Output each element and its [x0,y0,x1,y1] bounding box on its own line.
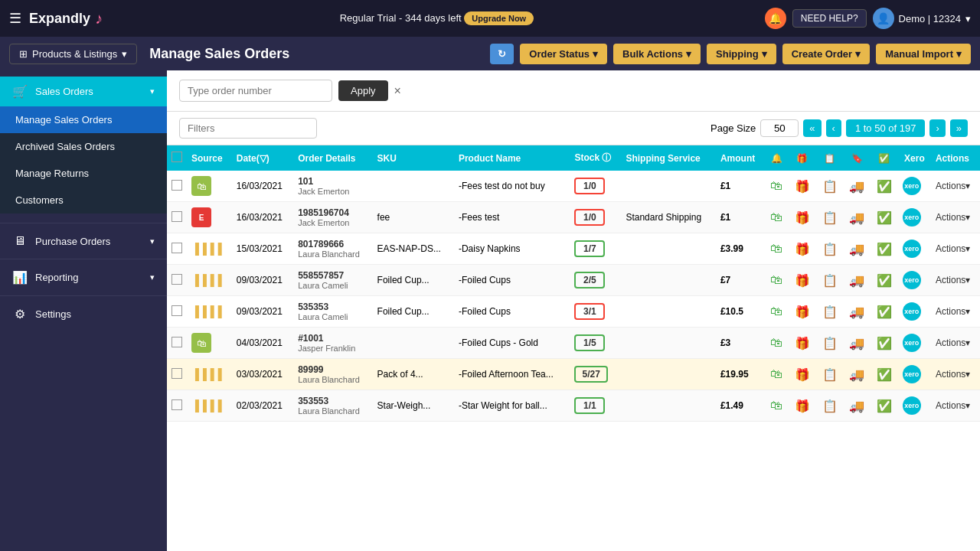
row-tag-icon[interactable]: 🚚 [843,265,871,296]
row-checkbox[interactable] [172,211,182,222]
header-sku[interactable]: SKU [373,145,454,171]
row-doc-icon[interactable]: 📋 [816,265,844,296]
row-checkbox[interactable] [172,399,182,410]
row-bell-icon[interactable]: 🛍 [765,233,789,265]
actions-dropdown-button[interactable]: Actions▾ [936,337,970,348]
row-actions[interactable]: Actions▾ [931,202,980,233]
hamburger-icon[interactable]: ☰ [9,10,21,27]
apply-button[interactable]: Apply [338,80,388,101]
order-number-input[interactable] [179,80,332,102]
row-bell-icon[interactable]: 🛍 [765,390,789,422]
row-checkbox[interactable] [172,180,182,191]
row-tag-icon[interactable]: 🚚 [843,328,871,359]
row-bell-icon[interactable]: 🛍 [765,328,789,359]
row-check-icon[interactable]: ✅ [871,328,898,359]
shipping-button[interactable]: Shipping ▾ [707,44,776,64]
row-tag-icon[interactable]: 🚚 [843,171,871,202]
row-gift-icon[interactable]: 🎁 [789,171,816,202]
row-actions[interactable]: Actions▾ [931,171,980,202]
row-xero[interactable]: xero [898,390,931,422]
row-actions[interactable]: Actions▾ [931,296,980,328]
user-area[interactable]: 👤 Demo | 12324 ▾ [873,8,971,29]
row-doc-icon[interactable]: 📋 [816,296,844,328]
row-doc-icon[interactable]: 📋 [816,359,844,390]
actions-dropdown-button[interactable]: Actions▾ [936,369,970,380]
header-date[interactable]: Date(▽) [232,145,293,171]
row-xero[interactable]: xero [898,328,931,359]
row-checkbox[interactable] [172,305,182,316]
sidebar-item-customers[interactable]: Customers [0,187,167,214]
row-actions[interactable]: Actions▾ [931,359,980,390]
row-xero[interactable]: xero [898,359,931,390]
row-checkbox[interactable] [172,368,182,379]
row-check-icon[interactable]: ✅ [871,171,898,202]
row-check-icon[interactable]: ✅ [871,390,898,422]
header-actions[interactable]: Actions [931,145,980,171]
refresh-button[interactable]: ↻ [490,44,514,64]
actions-dropdown-button[interactable]: Actions▾ [936,212,970,223]
row-gift-icon[interactable]: 🎁 [789,390,816,422]
row-doc-icon[interactable]: 📋 [816,171,844,202]
sidebar-item-manage-returns[interactable]: Manage Returns [0,160,167,187]
filters-input[interactable] [179,118,317,139]
sidebar-item-sales-orders[interactable]: 🛒 Sales Orders ▾ [0,77,167,106]
row-xero[interactable]: xero [898,296,931,328]
row-tag-icon[interactable]: 🚚 [843,359,871,390]
notification-icon[interactable]: 🔔 [765,8,786,29]
actions-dropdown-button[interactable]: Actions▾ [936,400,970,411]
row-tag-icon[interactable]: 🚚 [843,390,871,422]
upgrade-button[interactable]: Upgrade Now [464,11,534,25]
row-gift-icon[interactable]: 🎁 [789,328,816,359]
row-tag-icon[interactable]: 🚚 [843,233,871,265]
header-amount[interactable]: Amount [716,145,765,171]
row-xero[interactable]: xero [898,202,931,233]
page-next-button[interactable]: › [929,119,945,137]
row-check-icon[interactable]: ✅ [871,233,898,265]
row-actions[interactable]: Actions▾ [931,328,980,359]
row-bell-icon[interactable]: 🛍 [765,171,789,202]
order-status-button[interactable]: Order Status ▾ [520,44,607,64]
row-checkbox[interactable] [172,274,182,285]
actions-dropdown-button[interactable]: Actions▾ [936,306,970,317]
row-actions[interactable]: Actions▾ [931,265,980,296]
row-actions[interactable]: Actions▾ [931,233,980,265]
row-bell-icon[interactable]: 🛍 [765,202,789,233]
row-actions[interactable]: Actions▾ [931,390,980,422]
actions-dropdown-button[interactable]: Actions▾ [936,243,970,254]
sidebar-item-archived-sales[interactable]: Archived Sales Orders [0,133,167,160]
help-button[interactable]: NEED HELP? [792,9,867,28]
actions-dropdown-button[interactable]: Actions▾ [936,181,970,191]
row-tag-icon[interactable]: 🚚 [843,296,871,328]
row-checkbox[interactable] [172,337,182,347]
header-shipping-service[interactable]: Shipping Service [621,145,716,171]
products-listings-button[interactable]: ⊞ Products & Listings ▾ [9,44,137,64]
row-doc-icon[interactable]: 📋 [816,233,844,265]
row-check-icon[interactable]: ✅ [871,296,898,328]
bulk-actions-button[interactable]: Bulk Actions ▾ [613,44,701,64]
header-stock[interactable]: Stock ⓘ [570,145,621,171]
page-size-input[interactable] [760,119,799,137]
page-last-button[interactable]: » [950,119,968,137]
header-source[interactable]: Source [187,145,232,171]
row-tag-icon[interactable]: 🚚 [843,202,871,233]
row-bell-icon[interactable]: 🛍 [765,296,789,328]
manual-import-button[interactable]: Manual Import ▾ [876,44,971,64]
sidebar-item-purchase-orders[interactable]: 🖥 Purchase Orders ▾ [0,227,167,256]
row-xero[interactable]: xero [898,265,931,296]
row-gift-icon[interactable]: 🎁 [789,359,816,390]
row-check-icon[interactable]: ✅ [871,265,898,296]
create-order-button[interactable]: Create Order ▾ [782,44,870,64]
row-xero[interactable]: xero [898,171,931,202]
row-check-icon[interactable]: ✅ [871,202,898,233]
row-doc-icon[interactable]: 📋 [816,328,844,359]
row-xero[interactable]: xero [898,233,931,265]
row-doc-icon[interactable]: 📋 [816,390,844,422]
row-gift-icon[interactable]: 🎁 [789,265,816,296]
clear-button[interactable]: × [394,84,401,98]
row-checkbox[interactable] [172,243,182,253]
sidebar-item-settings[interactable]: ⚙ Settings [0,299,167,329]
row-bell-icon[interactable]: 🛍 [765,265,789,296]
row-doc-icon[interactable]: 📋 [816,202,844,233]
page-first-button[interactable]: « [803,119,821,137]
actions-dropdown-button[interactable]: Actions▾ [936,275,970,285]
